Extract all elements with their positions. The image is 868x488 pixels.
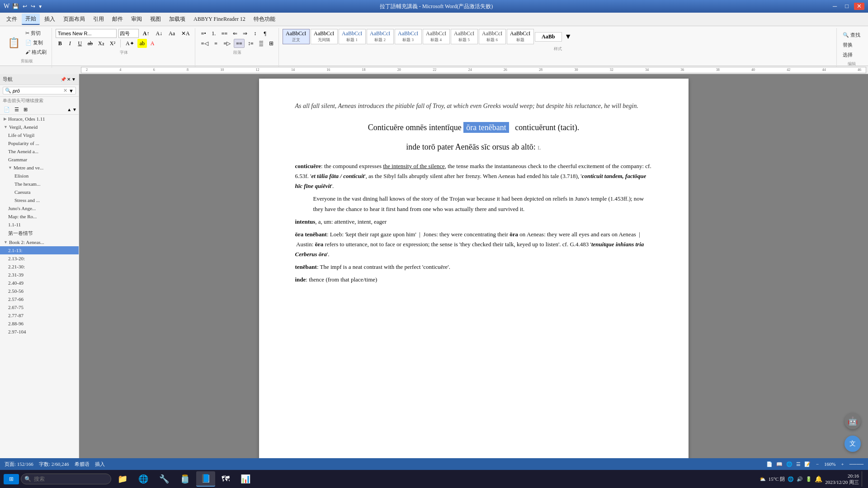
text-effect-button[interactable]: A✦ bbox=[123, 39, 137, 48]
tree-item-2-13-20[interactable]: 2.13-20: bbox=[0, 254, 79, 263]
style-title[interactable]: AaBbCcI 标题 bbox=[507, 29, 534, 44]
search-expand-button[interactable]: ▼ bbox=[69, 88, 74, 94]
tree-item-2-50-56[interactable]: 2.50-56 bbox=[0, 287, 79, 295]
align-left-button[interactable]: ≡◁ bbox=[199, 39, 211, 48]
align-right-button[interactable]: ≡▷ bbox=[222, 39, 233, 48]
sidebar-pin-button[interactable]: 📌 bbox=[61, 77, 66, 82]
taskbar-app1[interactable]: 🫙 bbox=[175, 471, 194, 487]
undo-icon[interactable]: ↩ bbox=[23, 3, 27, 10]
style-nowrap[interactable]: AaBbCcI 无间隔 bbox=[311, 29, 338, 44]
replace-button[interactable]: 替换 bbox=[840, 41, 863, 49]
bold-button[interactable]: B bbox=[56, 39, 65, 48]
subscript-button[interactable]: X₂ bbox=[96, 39, 107, 48]
tree-item-2-57-66[interactable]: 2.57-66 bbox=[0, 295, 79, 303]
show-desktop-button[interactable] bbox=[862, 471, 864, 487]
style-heading5[interactable]: AaBbCcI 标题 5 bbox=[451, 29, 478, 44]
taskbar-ppt[interactable]: 📊 bbox=[236, 471, 255, 487]
volume-icon[interactable]: 🔊 bbox=[797, 476, 803, 482]
maximize-button[interactable]: □ bbox=[842, 3, 851, 10]
style-more[interactable]: AaBb bbox=[535, 32, 562, 42]
tree-item-grammar[interactable]: Grammar bbox=[0, 155, 79, 164]
text-highlight-button[interactable]: ab bbox=[137, 39, 147, 48]
taskbar-map[interactable]: 🗺 bbox=[217, 471, 234, 487]
sort-button[interactable]: ↕ bbox=[250, 29, 259, 38]
sidebar-nav-down[interactable]: ▼ bbox=[72, 107, 77, 112]
style-heading1[interactable]: AaBbCcI 标题 1 bbox=[339, 29, 366, 44]
redo-icon[interactable]: ↪ bbox=[31, 3, 35, 10]
decrease-indent-button[interactable]: ⇐ bbox=[231, 29, 240, 38]
increase-font-button[interactable]: A↑ bbox=[141, 29, 152, 38]
menu-insert[interactable]: 插入 bbox=[41, 14, 59, 24]
tree-item-2-31-39[interactable]: 2.31-39 bbox=[0, 271, 79, 279]
tree-item-vergil[interactable]: Vergil, Aeneid bbox=[0, 123, 79, 131]
shading-button[interactable]: ▒ bbox=[257, 39, 266, 48]
menu-review[interactable]: 审阅 bbox=[127, 14, 146, 24]
language-indicator[interactable]: 希腊语 bbox=[75, 461, 90, 468]
input-mode[interactable]: 插入 bbox=[95, 461, 105, 468]
minimize-button[interactable]: ─ bbox=[830, 3, 840, 10]
tree-item-2-40-49[interactable]: 2.40-49 bbox=[0, 279, 79, 287]
menu-home[interactable]: 开始 bbox=[22, 14, 40, 25]
tree-item-map[interactable]: Map: the Ro... bbox=[0, 212, 79, 221]
sidebar-thumbnails-view[interactable]: ⊞ bbox=[22, 106, 29, 113]
copy-button[interactable]: 📄 复制 bbox=[23, 38, 49, 47]
tree-item-hexam[interactable]: The hexam... bbox=[0, 180, 79, 188]
taskbar-word[interactable]: 📘 bbox=[196, 471, 215, 487]
taskbar-edge[interactable]: 🌐 bbox=[134, 471, 153, 487]
sidebar-close-button[interactable]: ✕ bbox=[67, 77, 71, 82]
format-painter-button[interactable]: 🖌 格式刷 bbox=[23, 48, 49, 56]
tree-item-2-67-75[interactable]: 2.67-75 bbox=[0, 303, 79, 311]
multilevel-button[interactable]: ≡≡ bbox=[219, 29, 230, 38]
find-button[interactable]: 🔍查找 bbox=[840, 31, 863, 39]
menu-file[interactable]: 文件 bbox=[3, 14, 21, 24]
view-web-icon[interactable]: 🌐 bbox=[786, 461, 793, 467]
justify-button[interactable]: ≡≡ bbox=[234, 39, 245, 48]
tree-item-life-virgil[interactable]: Life of Virgil bbox=[0, 131, 79, 139]
tree-item-metre[interactable]: Metre and ve... bbox=[0, 164, 79, 172]
taskbar-search[interactable]: 🔍 bbox=[21, 474, 111, 484]
menu-view[interactable]: 视图 bbox=[146, 14, 165, 24]
tree-item-2-1-13[interactable]: 2.1-13: bbox=[0, 246, 79, 254]
strikethrough-button[interactable]: ab bbox=[85, 39, 95, 48]
zoom-in-button[interactable]: + bbox=[840, 461, 846, 467]
font-size-input[interactable] bbox=[118, 29, 139, 38]
font-name-input[interactable] bbox=[56, 29, 117, 38]
sidebar-menu-button[interactable]: ▼ bbox=[71, 77, 76, 82]
ai-float-button[interactable]: 🤖 bbox=[844, 413, 861, 429]
change-case-button[interactable]: Aa bbox=[166, 29, 177, 38]
notification-icon[interactable]: 🔔 bbox=[815, 475, 822, 483]
tree-item-stress[interactable]: Stress and ... bbox=[0, 196, 79, 204]
show-marks-button[interactable]: ¶ bbox=[260, 29, 269, 38]
paste-button[interactable]: 📋 bbox=[5, 36, 22, 50]
tree-item-book2[interactable]: Book 2: Aeneas... bbox=[0, 238, 79, 246]
tree-item-1-1-11[interactable]: 1.1-11 bbox=[0, 221, 79, 229]
view-outline-icon[interactable]: ☰ bbox=[796, 461, 801, 467]
taskbar-search-input[interactable] bbox=[21, 474, 111, 484]
zoom-out-button[interactable]: − bbox=[814, 461, 821, 467]
increase-indent-button[interactable]: ⇒ bbox=[241, 29, 250, 38]
style-heading6[interactable]: AaBbCcI 标题 6 bbox=[479, 29, 506, 44]
view-read-icon[interactable]: 📖 bbox=[776, 461, 783, 467]
translate-float-button[interactable]: 文 bbox=[844, 436, 861, 452]
zoom-slider[interactable]: ──── bbox=[849, 461, 863, 467]
tree-item-horace[interactable]: Horace, Odes 1.11 bbox=[0, 115, 79, 123]
close-button[interactable]: ✕ bbox=[854, 3, 864, 10]
font-color-button[interactable]: A bbox=[148, 39, 157, 48]
tree-item-vol1[interactable]: 第一卷情节 bbox=[0, 229, 79, 238]
menu-abbyy[interactable]: ABBYY FineReader 12 bbox=[190, 14, 249, 24]
menu-mail[interactable]: 邮件 bbox=[108, 14, 127, 24]
taskbar-tools[interactable]: 🔧 bbox=[155, 471, 174, 487]
view-draft-icon[interactable]: 📝 bbox=[804, 461, 811, 467]
tree-item-2-97-104[interactable]: 2.97-104 bbox=[0, 328, 79, 336]
sidebar-search-input[interactable] bbox=[13, 88, 62, 94]
bullets-button[interactable]: ≡• bbox=[199, 29, 208, 38]
numbering-button[interactable]: 1. bbox=[209, 29, 218, 38]
tree-item-juno[interactable]: Juno's Ange... bbox=[0, 204, 79, 212]
tree-item-elision[interactable]: Elision bbox=[0, 172, 79, 180]
tree-item-aeneid-a[interactable]: The Aeneid a... bbox=[0, 147, 79, 155]
clear-format-button[interactable]: ✕A bbox=[179, 29, 192, 38]
customize-icon[interactable]: ▼ bbox=[38, 4, 42, 9]
style-heading4[interactable]: AaBbCcI 标题 4 bbox=[423, 29, 450, 44]
tree-item-2-77-87[interactable]: 2.77-87 bbox=[0, 311, 79, 319]
tree-item-caesura[interactable]: Caesura bbox=[0, 188, 79, 196]
